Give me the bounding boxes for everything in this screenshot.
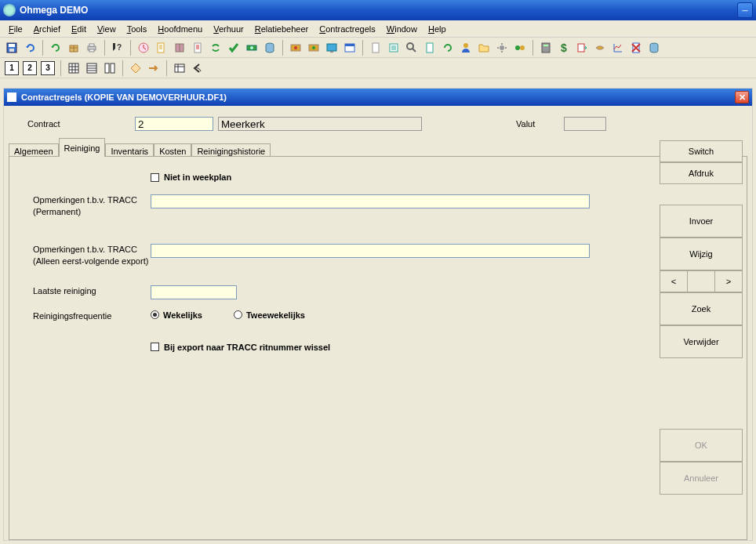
record-icon[interactable] — [287, 39, 304, 56]
switch-button[interactable]: Switch — [660, 140, 743, 162]
afdruk-button[interactable]: Afdruk — [660, 162, 743, 184]
send-icon[interactable] — [145, 60, 162, 77]
print-icon[interactable] — [83, 39, 100, 56]
handshake-icon[interactable] — [591, 39, 609, 56]
contract-label: Contract — [27, 119, 71, 129]
prev-button[interactable]: < — [660, 270, 688, 292]
menu-relatiebeheer[interactable]: Relatiebeheer — [249, 22, 314, 36]
minimize-button[interactable]: ─ — [737, 2, 753, 18]
menu-file[interactable]: File — [3, 22, 28, 36]
subwindow: Contractregels (KOPIE VAN DEMOVERHUUR.DF… — [3, 88, 753, 541]
svg-point-28 — [500, 45, 504, 50]
db2-icon[interactable] — [645, 39, 663, 56]
svg-rect-32 — [543, 45, 548, 46]
svg-rect-1 — [9, 44, 15, 47]
list-icon[interactable] — [385, 39, 402, 56]
note-icon[interactable] — [153, 39, 170, 56]
book-icon[interactable] — [171, 39, 188, 56]
export-icon[interactable] — [573, 39, 591, 56]
delete-icon[interactable] — [627, 39, 645, 56]
menu-view[interactable]: View — [92, 22, 122, 36]
toolbar-secondary: 1 2 3 — [0, 58, 756, 78]
report-icon[interactable] — [367, 39, 384, 56]
calc-icon[interactable] — [537, 39, 554, 56]
doc-icon[interactable] — [189, 39, 206, 56]
grid1-icon[interactable] — [65, 60, 82, 77]
window-icon[interactable] — [341, 39, 358, 56]
svg-point-25 — [407, 43, 413, 49]
annuleer-button[interactable]: Annuleer — [660, 462, 743, 495]
table-icon[interactable] — [171, 60, 188, 77]
wekelijks-radio[interactable] — [151, 310, 159, 319]
close-button[interactable]: ✕ — [735, 91, 749, 103]
doc2-icon[interactable] — [421, 39, 438, 56]
toolbar-main: ? $ — [0, 38, 756, 58]
gear-icon[interactable] — [493, 39, 511, 56]
invoer-button[interactable]: Invoer — [660, 205, 743, 238]
package-icon[interactable] — [65, 39, 82, 56]
refresh2-icon[interactable] — [207, 39, 224, 56]
camera-icon[interactable] — [305, 39, 322, 56]
opm-eerst-field[interactable] — [151, 244, 590, 258]
db-icon[interactable] — [261, 39, 278, 56]
opm-permanent-field[interactable] — [151, 194, 590, 209]
zoek-button[interactable]: Zoek — [660, 292, 743, 325]
laatste-field[interactable] — [151, 285, 237, 299]
num2-button[interactable]: 2 — [21, 60, 38, 77]
clock-icon[interactable] — [135, 39, 152, 56]
menu-verhuur[interactable]: Verhuur — [208, 22, 249, 36]
chart-icon[interactable] — [609, 39, 627, 56]
svg-text:?: ? — [117, 43, 122, 52]
menu-window[interactable]: Window — [381, 22, 423, 36]
svg-rect-34 — [578, 44, 584, 52]
search-icon[interactable] — [403, 39, 420, 56]
diamond-icon[interactable] — [127, 60, 144, 77]
opm-eerst-label: Opmerkingen t.b.v. TRACC (Alleen eerst-v… — [33, 244, 151, 268]
export-wissel-checkbox[interactable] — [151, 343, 159, 351]
money-icon[interactable] — [243, 39, 260, 56]
num1-button[interactable]: 1 — [3, 60, 20, 77]
refresh-icon[interactable] — [47, 39, 64, 56]
reload-icon[interactable] — [439, 39, 456, 56]
contract-num-field[interactable] — [135, 117, 213, 131]
check-icon[interactable] — [225, 39, 242, 56]
svg-point-30 — [520, 45, 525, 50]
opm-permanent-label: Opmerkingen t.b.v. TRACC (Permanent) — [33, 194, 151, 219]
screen-icon[interactable] — [323, 39, 340, 56]
menu-contractregels[interactable]: Contractregels — [314, 22, 381, 36]
link-icon[interactable] — [511, 39, 529, 56]
svg-text:$: $ — [561, 42, 567, 54]
user-icon[interactable] — [457, 39, 474, 56]
subwindow-titlebar: Contractregels (KOPIE VAN DEMOVERHUUR.DF… — [4, 89, 752, 106]
svg-rect-6 — [89, 49, 94, 52]
help-icon[interactable]: ? — [109, 39, 126, 56]
menu-archief[interactable]: Archief — [28, 22, 66, 36]
menu-edit[interactable]: Edit — [66, 22, 92, 36]
num3-button[interactable]: 3 — [39, 60, 56, 77]
grid2-icon[interactable] — [83, 60, 100, 77]
grid3-icon[interactable] — [101, 60, 118, 77]
menu-tools[interactable]: Tools — [122, 22, 153, 36]
niet-weekplan-checkbox[interactable] — [151, 173, 159, 182]
svg-point-18 — [312, 46, 315, 49]
subwindow-title: Contractregels (KOPIE VAN DEMOVERHUUR.DF… — [21, 92, 735, 102]
next-button[interactable]: > — [714, 270, 743, 292]
app-title: Ohmega DEMO — [20, 5, 737, 16]
back-icon[interactable] — [189, 60, 206, 77]
folder-icon[interactable] — [475, 39, 492, 56]
menu-help[interactable]: Help — [423, 22, 452, 36]
verwijder-button[interactable]: Verwijder — [660, 325, 743, 358]
ok-button[interactable]: OK — [660, 429, 743, 462]
svg-point-27 — [463, 43, 468, 48]
save-icon[interactable] — [3, 39, 20, 56]
tab-reiniging[interactable]: Reiniging — [59, 138, 106, 157]
freq-label: Reinigingsfrequentie — [33, 310, 151, 322]
dollar-icon[interactable]: $ — [555, 39, 572, 56]
undo-icon[interactable] — [21, 39, 38, 56]
tweewekelijks-radio[interactable] — [234, 310, 242, 319]
nav-spacer — [688, 270, 714, 292]
subwindow-icon — [7, 92, 16, 102]
menu-hoofdmenu[interactable]: Hoofdmenu — [152, 22, 208, 36]
wijzig-button[interactable]: Wijzig — [660, 238, 743, 270]
svg-rect-9 — [158, 43, 164, 53]
